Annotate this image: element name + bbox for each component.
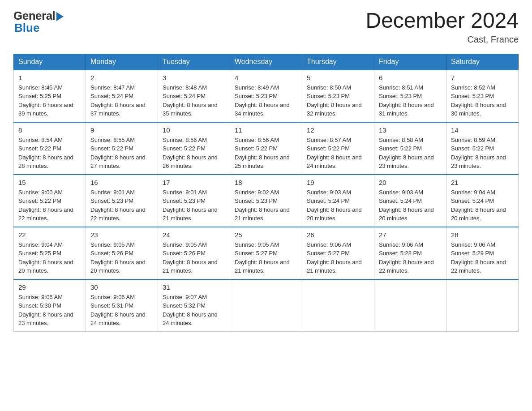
page-header: General Blue December 2024 Cast, France [13, 9, 519, 45]
calendar-cell: 4Sunrise: 8:49 AMSunset: 5:23 PMDaylight… [230, 70, 302, 122]
calendar-cell: 22Sunrise: 9:04 AMSunset: 5:25 PMDayligh… [14, 227, 86, 279]
day-number: 13 [379, 126, 442, 134]
day-header-friday: Friday [374, 54, 446, 70]
day-number: 11 [235, 126, 297, 134]
calendar-cell: 12Sunrise: 8:57 AMSunset: 5:22 PMDayligh… [302, 122, 374, 175]
calendar-cell: 7Sunrise: 8:52 AMSunset: 5:23 PMDaylight… [446, 70, 519, 122]
calendar-cell: 5Sunrise: 8:50 AMSunset: 5:23 PMDaylight… [302, 70, 374, 122]
logo: General Blue [13, 9, 64, 35]
day-number: 22 [18, 231, 81, 239]
day-info: Sunrise: 9:04 AMSunset: 5:24 PMDaylight:… [451, 188, 514, 223]
day-number: 3 [163, 74, 225, 81]
day-number: 31 [163, 283, 225, 291]
day-info: Sunrise: 8:56 AMSunset: 5:22 PMDaylight:… [235, 136, 297, 171]
calendar-cell: 1Sunrise: 8:45 AMSunset: 5:25 PMDaylight… [14, 70, 86, 122]
calendar-cell [446, 279, 519, 332]
calendar-cell: 2Sunrise: 8:47 AMSunset: 5:24 PMDaylight… [86, 70, 158, 122]
day-number: 6 [379, 74, 442, 81]
calendar-cell: 23Sunrise: 9:05 AMSunset: 5:26 PMDayligh… [86, 227, 158, 279]
calendar-cell: 6Sunrise: 8:51 AMSunset: 5:23 PMDaylight… [374, 70, 446, 122]
day-number: 17 [163, 179, 225, 186]
calendar-cell: 24Sunrise: 9:05 AMSunset: 5:26 PMDayligh… [158, 227, 230, 279]
day-number: 2 [90, 74, 153, 81]
day-number: 5 [307, 74, 369, 81]
day-number: 29 [18, 283, 81, 291]
day-number: 16 [90, 179, 153, 186]
day-number: 24 [163, 231, 225, 239]
day-info: Sunrise: 8:54 AMSunset: 5:22 PMDaylight:… [18, 136, 81, 171]
day-info: Sunrise: 8:58 AMSunset: 5:22 PMDaylight:… [379, 136, 442, 171]
calendar-cell: 8Sunrise: 8:54 AMSunset: 5:22 PMDaylight… [14, 122, 86, 175]
day-info: Sunrise: 9:02 AMSunset: 5:23 PMDaylight:… [235, 188, 297, 223]
calendar-cell: 10Sunrise: 8:56 AMSunset: 5:22 PMDayligh… [158, 122, 230, 175]
day-info: Sunrise: 8:55 AMSunset: 5:22 PMDaylight:… [90, 136, 153, 171]
day-number: 4 [235, 74, 297, 81]
day-header-tuesday: Tuesday [158, 54, 230, 70]
day-info: Sunrise: 8:50 AMSunset: 5:23 PMDaylight:… [307, 83, 369, 118]
day-header-thursday: Thursday [302, 54, 374, 70]
logo-arrow-icon [56, 12, 64, 21]
day-number: 21 [451, 179, 514, 186]
calendar-week-row: 1Sunrise: 8:45 AMSunset: 5:25 PMDaylight… [14, 70, 519, 122]
month-title: December 2024 [365, 9, 519, 33]
calendar-cell: 30Sunrise: 9:06 AMSunset: 5:31 PMDayligh… [86, 279, 158, 332]
day-info: Sunrise: 8:59 AMSunset: 5:22 PMDaylight:… [451, 136, 514, 171]
day-info: Sunrise: 8:47 AMSunset: 5:24 PMDaylight:… [90, 83, 153, 118]
day-info: Sunrise: 9:03 AMSunset: 5:24 PMDaylight:… [307, 188, 369, 223]
calendar-cell: 14Sunrise: 8:59 AMSunset: 5:22 PMDayligh… [446, 122, 519, 175]
day-number: 27 [379, 231, 442, 239]
day-info: Sunrise: 9:00 AMSunset: 5:22 PMDaylight:… [18, 188, 81, 223]
calendar-cell: 16Sunrise: 9:01 AMSunset: 5:23 PMDayligh… [86, 175, 158, 227]
day-number: 28 [451, 231, 514, 239]
day-number: 7 [451, 74, 514, 81]
day-number: 12 [307, 126, 369, 134]
day-header-monday: Monday [86, 54, 158, 70]
day-info: Sunrise: 9:07 AMSunset: 5:32 PMDaylight:… [163, 293, 225, 328]
calendar-cell: 21Sunrise: 9:04 AMSunset: 5:24 PMDayligh… [446, 175, 519, 227]
day-info: Sunrise: 9:06 AMSunset: 5:30 PMDaylight:… [18, 293, 81, 328]
calendar-cell: 3Sunrise: 8:48 AMSunset: 5:24 PMDaylight… [158, 70, 230, 122]
calendar-cell: 27Sunrise: 9:06 AMSunset: 5:28 PMDayligh… [374, 227, 446, 279]
calendar-cell: 28Sunrise: 9:06 AMSunset: 5:29 PMDayligh… [446, 227, 519, 279]
calendar-table: SundayMondayTuesdayWednesdayThursdayFrid… [13, 54, 519, 332]
day-info: Sunrise: 8:57 AMSunset: 5:22 PMDaylight:… [307, 136, 369, 171]
day-info: Sunrise: 9:05 AMSunset: 5:26 PMDaylight:… [90, 240, 153, 275]
day-info: Sunrise: 8:49 AMSunset: 5:23 PMDaylight:… [235, 83, 297, 118]
calendar-cell: 26Sunrise: 9:06 AMSunset: 5:27 PMDayligh… [302, 227, 374, 279]
day-info: Sunrise: 9:03 AMSunset: 5:24 PMDaylight:… [379, 188, 442, 223]
calendar-cell [302, 279, 374, 332]
calendar-cell: 9Sunrise: 8:55 AMSunset: 5:22 PMDaylight… [86, 122, 158, 175]
day-info: Sunrise: 9:05 AMSunset: 5:26 PMDaylight:… [163, 240, 225, 275]
calendar-cell: 20Sunrise: 9:03 AMSunset: 5:24 PMDayligh… [374, 175, 446, 227]
calendar-cell: 31Sunrise: 9:07 AMSunset: 5:32 PMDayligh… [158, 279, 230, 332]
day-number: 25 [235, 231, 297, 239]
day-header-row: SundayMondayTuesdayWednesdayThursdayFrid… [14, 54, 519, 70]
calendar-cell: 18Sunrise: 9:02 AMSunset: 5:23 PMDayligh… [230, 175, 302, 227]
day-number: 15 [18, 179, 81, 186]
day-info: Sunrise: 9:04 AMSunset: 5:25 PMDaylight:… [18, 240, 81, 275]
title-area: December 2024 Cast, France [365, 9, 519, 45]
calendar-cell [374, 279, 446, 332]
logo-blue-text: Blue [14, 21, 39, 35]
day-info: Sunrise: 8:51 AMSunset: 5:23 PMDaylight:… [379, 83, 442, 118]
day-info: Sunrise: 9:06 AMSunset: 5:29 PMDaylight:… [451, 240, 514, 275]
day-number: 23 [90, 231, 153, 239]
calendar-cell: 19Sunrise: 9:03 AMSunset: 5:24 PMDayligh… [302, 175, 374, 227]
location-label: Cast, France [365, 34, 519, 45]
day-number: 9 [90, 126, 153, 134]
day-header-wednesday: Wednesday [230, 54, 302, 70]
calendar-cell: 15Sunrise: 9:00 AMSunset: 5:22 PMDayligh… [14, 175, 86, 227]
calendar-cell: 11Sunrise: 8:56 AMSunset: 5:22 PMDayligh… [230, 122, 302, 175]
day-info: Sunrise: 8:52 AMSunset: 5:23 PMDaylight:… [451, 83, 514, 118]
day-info: Sunrise: 9:06 AMSunset: 5:27 PMDaylight:… [307, 240, 369, 275]
day-header-saturday: Saturday [446, 54, 519, 70]
calendar-cell: 29Sunrise: 9:06 AMSunset: 5:30 PMDayligh… [14, 279, 86, 332]
day-number: 20 [379, 179, 442, 186]
day-info: Sunrise: 9:06 AMSunset: 5:28 PMDaylight:… [379, 240, 442, 275]
calendar-week-row: 15Sunrise: 9:00 AMSunset: 5:22 PMDayligh… [14, 175, 519, 227]
day-number: 19 [307, 179, 369, 186]
calendar-cell: 13Sunrise: 8:58 AMSunset: 5:22 PMDayligh… [374, 122, 446, 175]
calendar-cell [230, 279, 302, 332]
calendar-cell: 17Sunrise: 9:01 AMSunset: 5:23 PMDayligh… [158, 175, 230, 227]
day-info: Sunrise: 9:06 AMSunset: 5:31 PMDaylight:… [90, 293, 153, 328]
